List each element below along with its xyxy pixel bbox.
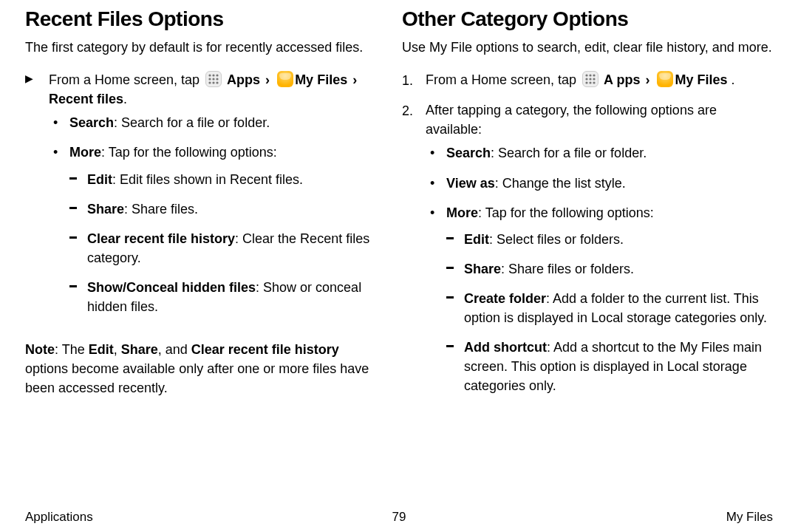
- right-heading: Other Category Options: [402, 7, 773, 31]
- item-label: Share: [87, 202, 124, 216]
- left-heading: Recent Files Options: [25, 7, 378, 31]
- step-text: After tapping a category, the following …: [426, 103, 717, 137]
- apps-label: Apps: [227, 72, 260, 87]
- my-files-icon: [657, 71, 673, 87]
- footer-left: Applications: [25, 510, 392, 525]
- left-column: Recent Files Options The first category …: [25, 7, 399, 502]
- chevron-right-icon: ›: [351, 72, 358, 87]
- my-files-icon: [277, 71, 293, 87]
- right-bullets: Search: Search for a file or folder. Vie…: [426, 143, 773, 395]
- svg-point-11: [593, 75, 595, 77]
- svg-point-3: [208, 78, 211, 81]
- period: .: [732, 72, 735, 87]
- svg-point-15: [585, 82, 587, 84]
- page-footer: Applications 79 My Files: [0, 502, 798, 532]
- period: .: [123, 92, 127, 106]
- item-label: Show/Conceal hidden files: [87, 280, 256, 295]
- right-step-2-body: After tapping a category, the following …: [426, 100, 773, 406]
- list-item: More: Tap for the following options: Edi…: [49, 143, 378, 316]
- note-edit: Edit: [89, 342, 114, 357]
- left-note: Note: The Edit, Share, and Clear recent …: [25, 340, 378, 398]
- item-text: : Share files or folders.: [501, 262, 634, 276]
- right-step-1-body: From a Home screen, tap A pps › My Files…: [426, 70, 773, 90]
- svg-point-2: [216, 75, 218, 77]
- left-step-1-body: From a Home screen, tap Apps › My Files …: [49, 70, 378, 327]
- svg-point-17: [593, 82, 595, 84]
- item-label: Share: [464, 262, 501, 276]
- apps-label: A pps: [604, 72, 640, 87]
- right-intro: Use My File options to search, edit, cle…: [402, 38, 773, 57]
- right-step-2: 2. After tapping a category, the followi…: [402, 100, 773, 406]
- right-column: Other Category Options Use My File optio…: [399, 7, 773, 502]
- right-step-1: 1. From a Home screen, tap A pps › My Fi…: [402, 70, 773, 90]
- list-item: Add shortcut: Add a shortcut to the My F…: [446, 338, 773, 395]
- note-text: , and: [158, 342, 191, 357]
- item-label: More: [69, 145, 101, 160]
- item-label: Edit: [87, 172, 112, 187]
- note-share: Share: [121, 342, 158, 357]
- triangle-marker-icon: ▶: [25, 70, 49, 327]
- step-text: From a Home screen, tap: [49, 72, 203, 87]
- list-item: Clear recent file history: Clear the Rec…: [69, 229, 378, 267]
- list-item: Show/Conceal hidden files: Show or conce…: [69, 278, 378, 316]
- item-text: : Share files.: [124, 202, 198, 216]
- list-item: Search: Search for a file or folder.: [426, 143, 773, 163]
- note-text: : The: [55, 342, 89, 357]
- svg-point-13: [589, 78, 591, 81]
- step-text: From a Home screen, tap: [426, 72, 580, 87]
- svg-point-0: [208, 75, 211, 77]
- item-label: Add shortcut: [464, 340, 547, 355]
- left-step-1: ▶ From a Home screen, tap Apps › My File…: [25, 70, 378, 327]
- page-body: Recent Files Options The first category …: [0, 0, 798, 502]
- item-label: Clear recent file history: [87, 231, 235, 246]
- svg-point-12: [585, 78, 587, 81]
- step-number: 2.: [402, 100, 426, 406]
- item-text: : Change the list style.: [495, 176, 626, 191]
- svg-point-14: [593, 78, 595, 81]
- list-item: Share: Share files or folders.: [446, 259, 773, 279]
- step-number: 1.: [402, 70, 426, 90]
- item-text: : Select files or folders.: [489, 232, 624, 247]
- item-label: Search: [446, 146, 491, 160]
- list-item: More: Tap for the following options: Edi…: [426, 203, 773, 396]
- item-label: View as: [446, 176, 495, 191]
- svg-point-8: [216, 82, 218, 84]
- svg-point-10: [589, 75, 591, 77]
- item-text: : Search for a file or folder.: [114, 115, 270, 130]
- svg-point-4: [212, 78, 214, 81]
- chevron-right-icon: ›: [644, 72, 651, 87]
- svg-point-5: [216, 78, 218, 81]
- list-item: View as: Change the list style.: [426, 174, 773, 193]
- item-label: Search: [69, 115, 114, 130]
- item-label: Edit: [464, 232, 489, 247]
- item-text: : Edit files shown in Recent files.: [112, 172, 303, 187]
- svg-point-1: [212, 75, 214, 77]
- apps-icon: [582, 71, 598, 87]
- svg-point-7: [212, 82, 214, 84]
- list-item: Search: Search for a file or folder.: [49, 113, 378, 132]
- note-text: options become available only after one …: [25, 361, 369, 395]
- note-text: ,: [114, 342, 121, 357]
- chevron-right-icon: ›: [264, 72, 271, 87]
- left-intro: The first category by default is for rec…: [25, 38, 378, 57]
- list-item: Create folder: Add a folder to the curre…: [446, 289, 773, 327]
- recent-files-label: Recent files: [49, 92, 123, 106]
- note-label: Note: [25, 342, 55, 357]
- item-text: : Tap for the following options:: [478, 205, 654, 220]
- list-item: Edit: Edit files shown in Recent files.: [69, 170, 378, 189]
- apps-icon: [205, 71, 222, 87]
- right-dashes: Edit: Select files or folders. Share: Sh…: [446, 230, 773, 396]
- myfiles-label: My Files: [675, 72, 731, 87]
- myfiles-label: My Files: [295, 72, 347, 87]
- item-text: : Search for a file or folder.: [491, 146, 647, 160]
- note-clear: Clear recent file history: [191, 342, 339, 357]
- left-dashes: Edit: Edit files shown in Recent files. …: [69, 170, 378, 317]
- svg-point-6: [208, 82, 211, 84]
- svg-point-9: [585, 75, 587, 77]
- footer-page-number: 79: [392, 510, 406, 525]
- left-bullets: Search: Search for a file or folder. Mor…: [49, 113, 378, 316]
- item-text: : Tap for the following options:: [101, 145, 277, 160]
- list-item: Edit: Select files or folders.: [446, 230, 773, 249]
- item-label: More: [446, 205, 478, 220]
- svg-point-16: [589, 82, 591, 84]
